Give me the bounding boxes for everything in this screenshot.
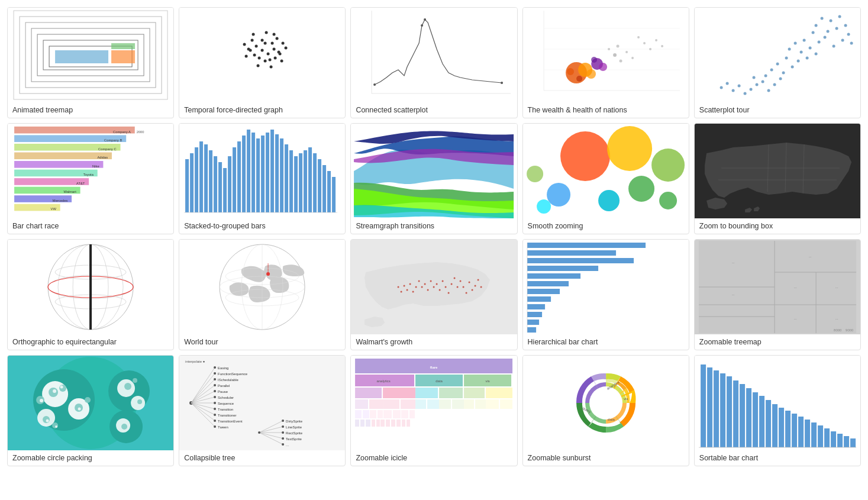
svg-rect-342 [355, 399, 368, 409]
svg-line-290 [191, 403, 215, 415]
thumb-walmart-growth [351, 240, 517, 334]
svg-rect-406 [850, 438, 856, 447]
card-temporal-force[interactable]: Temporal force-directed graph [179, 7, 346, 118]
svg-text:Transition: Transition [218, 408, 233, 411]
svg-point-169 [527, 166, 543, 182]
svg-text:...: ... [731, 260, 734, 264]
thumb-ortho-equirect [8, 240, 173, 334]
svg-text:...: ... [286, 443, 289, 447]
svg-point-82 [808, 47, 811, 50]
card-collapsible-tree[interactable]: Easing FunctionSequence ISchedulable Par… [179, 355, 346, 466]
card-label-circle-packing: Zoomable circle packing [8, 450, 173, 466]
svg-rect-143 [251, 133, 255, 212]
svg-rect-405 [844, 436, 849, 447]
svg-point-202 [448, 292, 450, 294]
svg-point-210 [460, 280, 462, 282]
svg-point-25 [243, 43, 246, 46]
svg-point-93 [776, 63, 779, 66]
svg-rect-157 [318, 159, 321, 212]
svg-rect-364 [366, 420, 370, 427]
card-scatterplot-tour[interactable]: Scatterplot tour [694, 7, 861, 118]
svg-rect-160 [332, 177, 335, 212]
card-smooth-zoom[interactable]: Smooth zooming [522, 123, 689, 234]
card-zoomable-treemap[interactable]: ... ... ... ... ... ... ... 8000 9000 Zo… [694, 239, 861, 350]
thumb-sortable-bar [695, 356, 860, 450]
svg-rect-401 [818, 425, 823, 447]
card-connected-scatter[interactable]: Connected scatterplot [350, 7, 517, 118]
svg-rect-349 [452, 399, 464, 409]
svg-rect-363 [360, 420, 364, 427]
svg-rect-343 [369, 399, 383, 409]
svg-rect-154 [304, 150, 307, 212]
svg-text:Company B: Company B [104, 138, 122, 142]
svg-rect-139 [233, 147, 236, 212]
svg-point-200 [442, 280, 444, 282]
svg-point-22 [270, 66, 273, 69]
svg-point-324 [282, 437, 284, 440]
svg-rect-227 [527, 281, 569, 286]
card-walmart-growth[interactable]: Walmart's growth [350, 239, 517, 350]
svg-point-107 [719, 86, 722, 89]
svg-rect-230 [527, 304, 545, 309]
svg-point-86 [805, 57, 808, 60]
svg-rect-144 [256, 138, 260, 212]
card-wealth-health[interactable]: The wealth & health of nations [522, 7, 689, 118]
svg-point-275 [40, 399, 43, 402]
svg-line-315 [259, 421, 283, 433]
svg-rect-340 [464, 388, 485, 398]
svg-rect-129 [185, 159, 189, 212]
svg-point-62 [616, 45, 619, 48]
svg-point-216 [477, 279, 479, 281]
svg-rect-341 [486, 388, 512, 398]
svg-point-212 [466, 292, 467, 294]
card-ortho-equirect[interactable]: Orthographic to equirectangular [7, 239, 174, 350]
svg-rect-233 [527, 327, 536, 333]
svg-rect-396 [785, 411, 790, 447]
svg-rect-137 [223, 168, 227, 212]
thumb-animated-treemap [8, 8, 173, 102]
svg-rect-158 [322, 165, 326, 212]
svg-rect-367 [380, 420, 385, 427]
thumb-zoom-box [695, 124, 860, 218]
svg-point-27 [264, 42, 267, 45]
card-label-ortho-equirect: Orthographic to equirectangular [8, 334, 173, 350]
svg-point-267 [43, 416, 50, 423]
card-zoomable-icicle[interactable]: flare analytics data vis Zoomable icicle [350, 355, 517, 466]
svg-point-276 [78, 408, 81, 411]
svg-point-80 [817, 41, 820, 44]
svg-text:VW: VW [51, 207, 57, 211]
card-world-tour[interactable]: World tour [179, 239, 346, 350]
thumb-collapsible-tree: Easing FunctionSequence ISchedulable Par… [179, 356, 345, 450]
svg-point-195 [433, 286, 435, 288]
svg-rect-383 [701, 364, 706, 447]
card-animated-treemap[interactable]: Animated treemap [7, 7, 174, 118]
card-zoom-box[interactable]: Zoom to bounding box [694, 123, 861, 234]
svg-rect-395 [779, 408, 784, 447]
svg-point-60 [608, 48, 610, 50]
svg-line-282 [191, 367, 215, 403]
svg-point-81 [811, 31, 814, 34]
chart-gallery: Animated treemap [7, 7, 861, 466]
svg-text:Easing: Easing [218, 366, 228, 370]
card-stacked-grouped[interactable]: Stacked-to-grouped bars [179, 123, 346, 234]
card-streamgraph[interactable]: Streamgraph transitions [350, 123, 517, 234]
card-sortable-bar[interactable]: Sortable bar chart [694, 355, 861, 466]
svg-point-217 [480, 286, 482, 288]
card-zoomable-sunburst[interactable]: analytics vis data query Zoomable sunbur… [522, 355, 689, 466]
svg-point-92 [782, 72, 785, 75]
svg-point-96 [764, 75, 767, 78]
svg-rect-146 [266, 133, 269, 212]
svg-point-323 [282, 431, 284, 434]
svg-point-295 [214, 378, 216, 380]
svg-rect-354 [355, 410, 362, 418]
thumb-scatterplot-tour [695, 8, 860, 102]
svg-point-34 [274, 57, 277, 60]
svg-point-303 [214, 425, 216, 428]
card-label-zoomable-sunburst: Zoomable sunburst [523, 450, 689, 466]
card-bar-chart-race[interactable]: 2000 Company A Company B Company C Adida… [7, 123, 174, 234]
card-label-animated-treemap: Animated treemap [8, 102, 173, 118]
svg-point-220 [401, 291, 402, 293]
svg-point-162 [560, 131, 610, 181]
card-hierarchical-bar[interactable]: Hierarchical bar chart [522, 239, 689, 350]
card-circle-packing[interactable]: Zoomable circle packing [7, 355, 174, 466]
